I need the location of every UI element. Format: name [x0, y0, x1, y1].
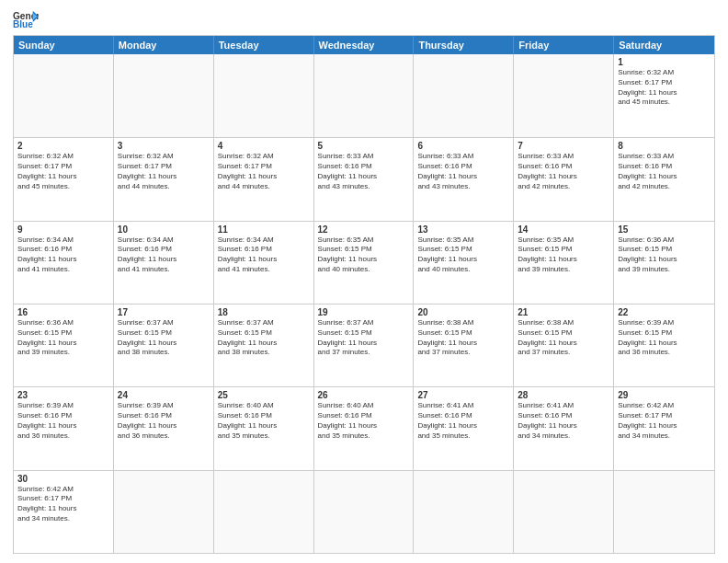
calendar-cell: 27Sunrise: 6:41 AM Sunset: 6:16 PM Dayli…	[414, 387, 514, 469]
day-number: 30	[17, 474, 109, 484]
calendar-row-2: 9Sunrise: 6:34 AM Sunset: 6:16 PM Daylig…	[14, 221, 714, 304]
calendar-cell: 23Sunrise: 6:39 AM Sunset: 6:16 PM Dayli…	[14, 387, 114, 469]
day-number: 11	[218, 224, 310, 235]
day-number: 9	[17, 224, 109, 235]
cell-text: Sunrise: 6:40 AM Sunset: 6:16 PM Dayligh…	[218, 401, 310, 441]
calendar-body: 1Sunrise: 6:32 AM Sunset: 6:17 PM Daylig…	[14, 54, 714, 553]
day-number: 19	[318, 307, 410, 317]
calendar-cell: 19Sunrise: 6:37 AM Sunset: 6:15 PM Dayli…	[314, 304, 415, 386]
weekday-header-thursday: Thursday	[414, 36, 514, 54]
cell-text: Sunrise: 6:40 AM Sunset: 6:16 PM Dayligh…	[318, 401, 410, 441]
cell-text: Sunrise: 6:34 AM Sunset: 6:16 PM Dayligh…	[218, 236, 310, 275]
calendar-cell	[314, 54, 415, 137]
cell-text: Sunrise: 6:35 AM Sunset: 6:15 PM Dayligh…	[318, 236, 410, 275]
day-number: 23	[17, 390, 109, 400]
day-number: 13	[417, 224, 509, 235]
calendar: SundayMondayTuesdayWednesdayThursdayFrid…	[13, 35, 715, 554]
calendar-cell	[514, 54, 614, 137]
calendar-header: SundayMondayTuesdayWednesdayThursdayFrid…	[14, 36, 714, 54]
calendar-cell	[114, 54, 214, 137]
cell-text: Sunrise: 6:42 AM Sunset: 6:17 PM Dayligh…	[17, 485, 109, 524]
cell-text: Sunrise: 6:38 AM Sunset: 6:15 PM Dayligh…	[417, 318, 509, 358]
weekday-header-monday: Monday	[114, 36, 214, 54]
calendar-cell: 26Sunrise: 6:40 AM Sunset: 6:16 PM Dayli…	[314, 387, 415, 469]
day-number: 26	[318, 390, 410, 400]
calendar-cell: 16Sunrise: 6:36 AM Sunset: 6:15 PM Dayli…	[14, 304, 114, 386]
cell-text: Sunrise: 6:36 AM Sunset: 6:15 PM Dayligh…	[17, 318, 109, 358]
calendar-cell: 10Sunrise: 6:34 AM Sunset: 6:16 PM Dayli…	[114, 222, 214, 304]
calendar-cell	[14, 54, 114, 137]
day-number: 6	[417, 141, 509, 151]
generalblue-logo-icon: General Blue	[13, 9, 39, 29]
cell-text: Sunrise: 6:37 AM Sunset: 6:15 PM Dayligh…	[318, 318, 410, 358]
calendar-cell: 29Sunrise: 6:42 AM Sunset: 6:17 PM Dayli…	[614, 387, 714, 469]
calendar-cell: 11Sunrise: 6:34 AM Sunset: 6:16 PM Dayli…	[214, 222, 314, 304]
cell-text: Sunrise: 6:34 AM Sunset: 6:16 PM Dayligh…	[17, 236, 109, 275]
calendar-row-3: 16Sunrise: 6:36 AM Sunset: 6:15 PM Dayli…	[14, 304, 714, 386]
calendar-cell: 20Sunrise: 6:38 AM Sunset: 6:15 PM Dayli…	[414, 304, 514, 386]
calendar-cell: 7Sunrise: 6:33 AM Sunset: 6:16 PM Daylig…	[514, 138, 614, 220]
calendar-cell: 5Sunrise: 6:33 AM Sunset: 6:16 PM Daylig…	[314, 138, 415, 220]
calendar-cell	[414, 471, 514, 553]
calendar-cell: 6Sunrise: 6:33 AM Sunset: 6:16 PM Daylig…	[414, 138, 514, 220]
cell-text: Sunrise: 6:33 AM Sunset: 6:16 PM Dayligh…	[518, 152, 609, 191]
cell-text: Sunrise: 6:32 AM Sunset: 6:17 PM Dayligh…	[218, 152, 310, 191]
day-number: 5	[318, 141, 410, 151]
calendar-row-1: 2Sunrise: 6:32 AM Sunset: 6:17 PM Daylig…	[14, 137, 714, 220]
calendar-cell: 12Sunrise: 6:35 AM Sunset: 6:15 PM Dayli…	[314, 222, 415, 304]
day-number: 17	[118, 307, 210, 317]
day-number: 7	[518, 141, 609, 151]
day-number: 20	[417, 307, 509, 317]
day-number: 2	[17, 141, 109, 151]
cell-text: Sunrise: 6:36 AM Sunset: 6:15 PM Dayligh…	[618, 236, 711, 275]
day-number: 8	[618, 141, 711, 151]
day-number: 22	[618, 307, 711, 317]
calendar-cell: 28Sunrise: 6:41 AM Sunset: 6:16 PM Dayli…	[514, 387, 614, 469]
calendar-cell: 1Sunrise: 6:32 AM Sunset: 6:17 PM Daylig…	[614, 54, 714, 137]
calendar-row-0: 1Sunrise: 6:32 AM Sunset: 6:17 PM Daylig…	[14, 54, 714, 137]
logo: General Blue	[13, 9, 39, 29]
cell-text: Sunrise: 6:39 AM Sunset: 6:16 PM Dayligh…	[118, 401, 210, 441]
calendar-cell	[114, 471, 214, 553]
calendar-cell	[414, 54, 514, 137]
cell-text: Sunrise: 6:34 AM Sunset: 6:16 PM Dayligh…	[118, 236, 210, 275]
calendar-cell: 22Sunrise: 6:39 AM Sunset: 6:15 PM Dayli…	[614, 304, 714, 386]
calendar-cell: 4Sunrise: 6:32 AM Sunset: 6:17 PM Daylig…	[214, 138, 314, 220]
cell-text: Sunrise: 6:33 AM Sunset: 6:16 PM Dayligh…	[618, 152, 711, 191]
calendar-cell: 3Sunrise: 6:32 AM Sunset: 6:17 PM Daylig…	[114, 138, 214, 220]
day-number: 12	[318, 224, 410, 235]
day-number: 18	[218, 307, 310, 317]
calendar-cell: 21Sunrise: 6:38 AM Sunset: 6:15 PM Dayli…	[514, 304, 614, 386]
weekday-header-tuesday: Tuesday	[214, 36, 314, 54]
day-number: 24	[118, 390, 210, 400]
day-number: 27	[417, 390, 509, 400]
cell-text: Sunrise: 6:35 AM Sunset: 6:15 PM Dayligh…	[417, 236, 509, 275]
calendar-cell: 17Sunrise: 6:37 AM Sunset: 6:15 PM Dayli…	[114, 304, 214, 386]
cell-text: Sunrise: 6:32 AM Sunset: 6:17 PM Dayligh…	[618, 68, 711, 108]
calendar-cell: 13Sunrise: 6:35 AM Sunset: 6:15 PM Dayli…	[414, 222, 514, 304]
cell-text: Sunrise: 6:35 AM Sunset: 6:15 PM Dayligh…	[518, 236, 609, 275]
calendar-cell: 15Sunrise: 6:36 AM Sunset: 6:15 PM Dayli…	[614, 222, 714, 304]
day-number: 25	[218, 390, 310, 400]
day-number: 10	[118, 224, 210, 235]
calendar-cell: 30Sunrise: 6:42 AM Sunset: 6:17 PM Dayli…	[14, 471, 114, 553]
page: General Blue SundayMondayTuesdayWednesda…	[0, 0, 728, 563]
cell-text: Sunrise: 6:33 AM Sunset: 6:16 PM Dayligh…	[417, 152, 509, 191]
cell-text: Sunrise: 6:39 AM Sunset: 6:15 PM Dayligh…	[618, 318, 711, 358]
day-number: 16	[17, 307, 109, 317]
day-number: 29	[618, 390, 711, 400]
cell-text: Sunrise: 6:32 AM Sunset: 6:17 PM Dayligh…	[17, 152, 109, 191]
day-number: 1	[618, 57, 711, 67]
cell-text: Sunrise: 6:33 AM Sunset: 6:16 PM Dayligh…	[318, 152, 410, 191]
weekday-header-friday: Friday	[514, 36, 614, 54]
day-number: 14	[518, 224, 609, 235]
weekday-header-wednesday: Wednesday	[314, 36, 415, 54]
calendar-cell: 25Sunrise: 6:40 AM Sunset: 6:16 PM Dayli…	[214, 387, 314, 469]
cell-text: Sunrise: 6:41 AM Sunset: 6:16 PM Dayligh…	[417, 401, 509, 441]
header: General Blue	[13, 9, 715, 29]
cell-text: Sunrise: 6:41 AM Sunset: 6:16 PM Dayligh…	[518, 401, 609, 441]
calendar-cell: 24Sunrise: 6:39 AM Sunset: 6:16 PM Dayli…	[114, 387, 214, 469]
day-number: 28	[518, 390, 609, 400]
calendar-cell: 2Sunrise: 6:32 AM Sunset: 6:17 PM Daylig…	[14, 138, 114, 220]
calendar-cell: 14Sunrise: 6:35 AM Sunset: 6:15 PM Dayli…	[514, 222, 614, 304]
